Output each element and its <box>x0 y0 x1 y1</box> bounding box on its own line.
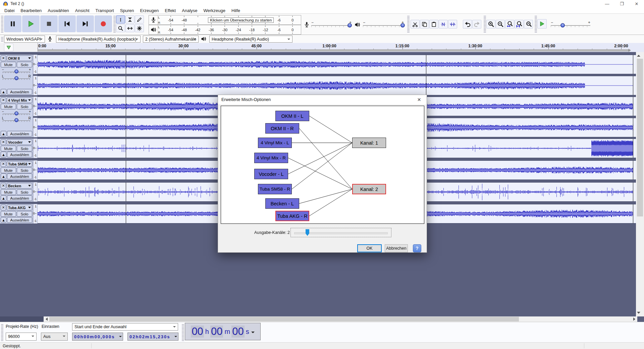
minimize-button[interactable]: — <box>600 0 614 7</box>
gain-thumb[interactable] <box>14 111 18 115</box>
zoom-in-button[interactable] <box>486 20 495 29</box>
scroll-up-arrow[interactable] <box>636 53 641 58</box>
mixer-input-node-7[interactable]: Tuba AKG - R <box>275 211 309 221</box>
mixer-output-node-0[interactable]: Kanal: 1 <box>352 138 386 148</box>
mixer-output-node-1[interactable]: Kanal: 2 <box>352 184 386 194</box>
restore-button[interactable]: ❐ <box>614 0 629 7</box>
zoom-fit-button[interactable] <box>515 20 524 29</box>
cut-button[interactable] <box>411 20 420 29</box>
track-close-button[interactable]: ✕ <box>1 205 6 210</box>
mixer-input-node-4[interactable]: Vocoder - L <box>254 169 288 179</box>
mute-button[interactable]: Mute <box>1 167 16 173</box>
play-button[interactable] <box>22 15 40 32</box>
trim-outside-selection-button[interactable] <box>439 20 448 29</box>
help-button[interactable]: ? <box>413 244 421 252</box>
menu-effekt[interactable]: Effekt <box>162 8 179 13</box>
position-unit[interactable]: m <box>224 328 230 336</box>
pause-button[interactable] <box>4 15 21 32</box>
toolbar-grip[interactable] <box>0 15 4 33</box>
track-title-button[interactable]: Tuba SM58 <box>7 161 32 167</box>
selection-start-field[interactable]: 00h00m00,000s <box>72 333 123 341</box>
pan-thumb[interactable] <box>14 118 18 122</box>
solo-button[interactable]: Solo <box>17 189 32 195</box>
paste-button[interactable] <box>429 20 438 29</box>
mixer-input-node-2[interactable]: 4 Vinyl Mix - L <box>258 138 292 148</box>
zoom-selection-button[interactable] <box>505 20 514 29</box>
pan-slider[interactable]: LR <box>2 74 31 81</box>
envelope-tool[interactable] <box>125 15 135 23</box>
mixer-input-node-5[interactable]: Tuba SM58 - R <box>258 184 292 194</box>
menu-datei[interactable]: Datei <box>1 8 17 13</box>
position-unit[interactable]: s <box>246 328 249 336</box>
track-title-button[interactable]: Becken <box>7 183 32 189</box>
menu-ansicht[interactable]: Ansicht <box>72 8 93 13</box>
position-digits[interactable]: 00 <box>191 326 204 338</box>
collapse-button[interactable]: ▲ <box>1 89 6 95</box>
track-close-button[interactable]: ✕ <box>1 183 6 189</box>
dialog-title-bar[interactable]: Erweiterte Misch-Optionen <box>218 95 427 104</box>
collapse-button[interactable]: ▲ <box>1 152 6 157</box>
select-button[interactable]: Auswählen <box>7 152 32 157</box>
select-button[interactable]: Auswählen <box>7 195 32 201</box>
collapse-button[interactable]: ▲ <box>1 131 6 137</box>
track-close-button[interactable]: ✕ <box>1 55 6 61</box>
snap-select[interactable]: Aus <box>41 333 68 341</box>
audio-host-select[interactable]: Windows WASAPI <box>4 36 45 43</box>
mute-button[interactable]: Mute <box>1 189 16 195</box>
menu-bearbeiten[interactable]: Bearbeiten <box>17 8 45 13</box>
slider-thumb[interactable] <box>306 229 309 236</box>
menu-hilfe[interactable]: Hilfe <box>228 8 243 13</box>
mixer-input-node-0[interactable]: OKM II - L <box>275 111 309 121</box>
zoom-tool[interactable] <box>116 24 125 32</box>
solo-button[interactable]: Solo <box>17 62 32 67</box>
position-digits[interactable]: 00 <box>210 326 223 338</box>
record-button[interactable] <box>95 15 112 32</box>
vertical-scrollbar-thumb[interactable] <box>637 59 643 216</box>
select-button[interactable]: Auswählen <box>7 173 32 179</box>
collapse-button[interactable]: ▲ <box>1 217 6 223</box>
position-unit[interactable]: h <box>205 328 209 336</box>
waveform-lane[interactable] <box>38 76 636 95</box>
solo-button[interactable]: Solo <box>17 167 32 173</box>
silence-selection-button[interactable] <box>448 20 457 29</box>
collapse-button[interactable]: ▲ <box>1 173 6 179</box>
recording-volume-slider[interactable]: −+ <box>311 21 352 28</box>
undo-button[interactable] <box>463 20 472 29</box>
pan-slider[interactable]: LR <box>2 116 31 123</box>
zoom-out-button[interactable] <box>496 20 505 29</box>
selection-tool[interactable]: I <box>116 15 125 23</box>
slider-thumb[interactable] <box>400 23 405 28</box>
skip-to-end-button[interactable] <box>76 15 94 32</box>
gain-slider[interactable]: −+ <box>2 68 31 74</box>
timeshift-tool[interactable] <box>125 24 135 32</box>
recording-device-select[interactable]: Headphone (Realtek(R) Audio) (loopback) <box>56 36 141 43</box>
timeline-selection-bar[interactable] <box>38 49 629 51</box>
recording-meter[interactable]: LR-54-48-12-60Klicken um Überwachung zu … <box>149 15 301 25</box>
pinned-playhead-button[interactable] <box>4 44 13 51</box>
monitoring-hint[interactable]: Klicken um Überwachung zu starten <box>208 17 274 23</box>
zoom-toggle-button[interactable] <box>524 20 533 29</box>
menu-spuren[interactable]: Spuren <box>117 8 137 13</box>
track-title-button[interactable]: Tuba AKG <box>7 205 32 210</box>
mute-button[interactable]: Mute <box>1 211 16 217</box>
track-close-button[interactable]: ✕ <box>1 139 6 145</box>
mixer-input-node-6[interactable]: Becken - L <box>265 198 299 209</box>
play-at-speed-button[interactable] <box>537 19 547 29</box>
waveform-canvas[interactable] <box>38 76 636 95</box>
waveform-canvas[interactable] <box>38 55 636 74</box>
multi-tool[interactable] <box>135 24 144 32</box>
menu-analyse[interactable]: Analyse <box>179 8 200 13</box>
select-button[interactable]: Auswählen <box>7 89 32 95</box>
solo-button[interactable]: Solo <box>17 211 32 217</box>
mixer-input-node-3[interactable]: 4 Vinyl Mix - R <box>254 153 288 163</box>
stop-button[interactable] <box>40 15 58 32</box>
timeline-ruler[interactable]: 0:0015:0030:0045:001:00:001:15:001:30:00… <box>0 43 644 52</box>
audio-position-display[interactable]: 00h00m00s <box>185 323 261 340</box>
mute-button[interactable]: Mute <box>1 62 16 67</box>
menu-transport[interactable]: Transport <box>93 8 117 13</box>
dialog-close-icon[interactable]: ✕ <box>412 95 427 104</box>
collapse-button[interactable]: ▲ <box>1 195 6 201</box>
solo-button[interactable]: Solo <box>17 146 32 151</box>
track-close-button[interactable]: ✕ <box>1 97 6 103</box>
menu-werkzeuge[interactable]: Werkzeuge <box>201 8 229 13</box>
